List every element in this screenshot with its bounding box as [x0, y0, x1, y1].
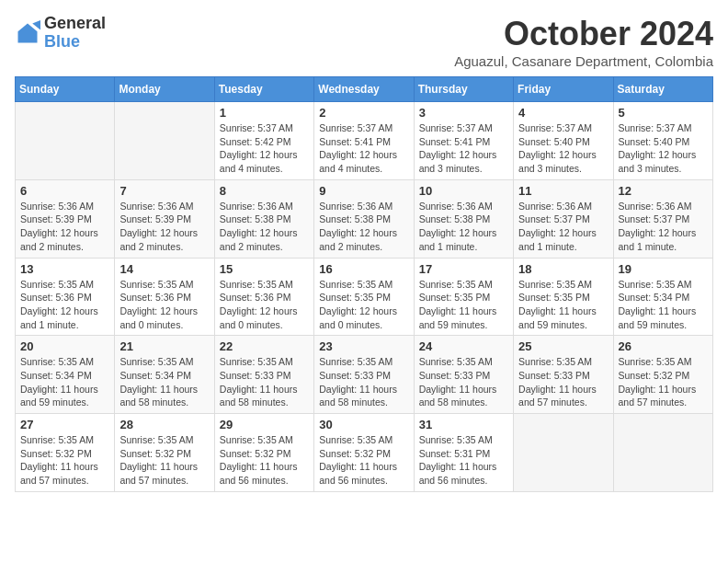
header: General Blue October 2024 Aguazul, Casan… [15, 15, 713, 69]
day-info: Sunrise: 5:35 AM Sunset: 5:33 PM Dayligh… [419, 355, 508, 409]
day-info: Sunrise: 5:37 AM Sunset: 5:40 PM Dayligh… [619, 121, 708, 176]
calendar-cell: 8Sunrise: 5:36 AM Sunset: 5:38 PM Daylig… [214, 179, 313, 258]
header-day: Sunday [16, 77, 115, 102]
header-day: Friday [514, 77, 613, 102]
header-day: Saturday [613, 77, 712, 102]
header-day: Monday [115, 77, 214, 102]
logo-icon [15, 20, 40, 46]
day-number: 27 [20, 418, 109, 431]
calendar-cell: 26Sunrise: 5:35 AM Sunset: 5:32 PM Dayli… [613, 336, 712, 414]
calendar-cell: 14Sunrise: 5:35 AM Sunset: 5:36 PM Dayli… [115, 258, 214, 336]
calendar-cell: 27Sunrise: 5:35 AM Sunset: 5:32 PM Dayli… [16, 414, 115, 492]
day-info: Sunrise: 5:37 AM Sunset: 5:41 PM Dayligh… [319, 121, 408, 176]
calendar-cell [613, 414, 712, 492]
day-info: Sunrise: 5:35 AM Sunset: 5:34 PM Dayligh… [20, 355, 109, 409]
calendar-cell: 19Sunrise: 5:35 AM Sunset: 5:34 PM Dayli… [613, 258, 712, 336]
calendar-cell: 25Sunrise: 5:35 AM Sunset: 5:33 PM Dayli… [514, 336, 613, 414]
month-title: October 2024 [454, 15, 713, 53]
calendar-cell: 29Sunrise: 5:35 AM Sunset: 5:32 PM Dayli… [214, 414, 313, 492]
day-info: Sunrise: 5:35 AM Sunset: 5:33 PM Dayligh… [319, 355, 408, 409]
calendar-cell: 4Sunrise: 5:37 AM Sunset: 5:40 PM Daylig… [514, 102, 613, 180]
title-area: October 2024 Aguazul, Casanare Departmen… [454, 15, 713, 69]
logo-general-text: General [44, 14, 106, 32]
day-number: 9 [319, 184, 408, 198]
day-number: 2 [319, 106, 408, 120]
day-number: 22 [220, 339, 309, 353]
day-number: 16 [319, 262, 408, 276]
day-info: Sunrise: 5:35 AM Sunset: 5:31 PM Dayligh… [419, 433, 508, 488]
day-number: 30 [319, 418, 408, 431]
day-number: 18 [518, 262, 608, 276]
day-info: Sunrise: 5:35 AM Sunset: 5:32 PM Dayligh… [319, 433, 408, 488]
day-number: 3 [419, 106, 508, 120]
calendar-cell: 3Sunrise: 5:37 AM Sunset: 5:41 PM Daylig… [414, 102, 513, 180]
day-number: 28 [119, 418, 209, 431]
day-number: 10 [419, 184, 508, 198]
calendar-cell [115, 102, 214, 180]
day-info: Sunrise: 5:35 AM Sunset: 5:32 PM Dayligh… [220, 433, 309, 488]
day-number: 19 [619, 262, 708, 276]
calendar-cell: 22Sunrise: 5:35 AM Sunset: 5:33 PM Dayli… [214, 336, 313, 414]
day-info: Sunrise: 5:35 AM Sunset: 5:36 PM Dayligh… [119, 278, 209, 332]
day-info: Sunrise: 5:37 AM Sunset: 5:41 PM Dayligh… [419, 121, 508, 176]
calendar-cell: 7Sunrise: 5:36 AM Sunset: 5:39 PM Daylig… [115, 179, 214, 258]
calendar-cell: 24Sunrise: 5:35 AM Sunset: 5:33 PM Dayli… [414, 336, 513, 414]
calendar-cell: 5Sunrise: 5:37 AM Sunset: 5:40 PM Daylig… [613, 102, 712, 180]
logo: General Blue [15, 15, 106, 52]
calendar-cell: 21Sunrise: 5:35 AM Sunset: 5:34 PM Dayli… [115, 336, 214, 414]
day-info: Sunrise: 5:36 AM Sunset: 5:37 PM Dayligh… [518, 200, 608, 254]
calendar-week: 1Sunrise: 5:37 AM Sunset: 5:42 PM Daylig… [16, 102, 713, 180]
day-info: Sunrise: 5:36 AM Sunset: 5:37 PM Dayligh… [619, 200, 708, 254]
calendar-cell: 17Sunrise: 5:35 AM Sunset: 5:35 PM Dayli… [414, 258, 513, 336]
calendar-cell: 30Sunrise: 5:35 AM Sunset: 5:32 PM Dayli… [314, 414, 414, 492]
day-number: 7 [119, 184, 209, 198]
day-number: 31 [419, 418, 508, 431]
calendar-cell: 6Sunrise: 5:36 AM Sunset: 5:39 PM Daylig… [16, 179, 115, 258]
day-info: Sunrise: 5:37 AM Sunset: 5:40 PM Dayligh… [518, 121, 608, 176]
calendar-week: 6Sunrise: 5:36 AM Sunset: 5:39 PM Daylig… [16, 179, 713, 258]
day-number: 11 [518, 184, 608, 198]
day-number: 23 [319, 339, 408, 353]
day-info: Sunrise: 5:35 AM Sunset: 5:36 PM Dayligh… [220, 278, 309, 332]
day-number: 8 [220, 184, 309, 198]
calendar-cell: 28Sunrise: 5:35 AM Sunset: 5:32 PM Dayli… [115, 414, 214, 492]
calendar-table: SundayMondayTuesdayWednesdayThursdayFrid… [15, 76, 713, 492]
calendar-cell: 10Sunrise: 5:36 AM Sunset: 5:38 PM Dayli… [414, 179, 513, 258]
day-info: Sunrise: 5:35 AM Sunset: 5:32 PM Dayligh… [20, 433, 109, 488]
svg-marker-0 [18, 23, 38, 42]
calendar-cell [16, 102, 115, 180]
calendar-week: 13Sunrise: 5:35 AM Sunset: 5:36 PM Dayli… [16, 258, 713, 336]
day-info: Sunrise: 5:36 AM Sunset: 5:38 PM Dayligh… [319, 200, 408, 254]
day-info: Sunrise: 5:35 AM Sunset: 5:32 PM Dayligh… [619, 355, 708, 409]
calendar-week: 27Sunrise: 5:35 AM Sunset: 5:32 PM Dayli… [16, 414, 713, 492]
day-number: 17 [419, 262, 508, 276]
day-number: 5 [619, 106, 708, 120]
header-row: SundayMondayTuesdayWednesdayThursdayFrid… [16, 77, 713, 102]
day-info: Sunrise: 5:35 AM Sunset: 5:32 PM Dayligh… [119, 433, 209, 488]
day-number: 12 [619, 184, 708, 198]
day-info: Sunrise: 5:35 AM Sunset: 5:35 PM Dayligh… [518, 278, 608, 332]
logo-blue-text: Blue [44, 32, 80, 51]
day-number: 14 [119, 262, 209, 276]
calendar-cell: 20Sunrise: 5:35 AM Sunset: 5:34 PM Dayli… [16, 336, 115, 414]
calendar-cell: 11Sunrise: 5:36 AM Sunset: 5:37 PM Dayli… [514, 179, 613, 258]
day-info: Sunrise: 5:36 AM Sunset: 5:38 PM Dayligh… [220, 200, 309, 254]
calendar-cell [514, 414, 613, 492]
location-title: Aguazul, Casanare Department, Colombia [454, 53, 713, 69]
day-number: 25 [518, 339, 608, 353]
day-info: Sunrise: 5:35 AM Sunset: 5:34 PM Dayligh… [119, 355, 209, 409]
day-info: Sunrise: 5:36 AM Sunset: 5:39 PM Dayligh… [119, 200, 209, 254]
calendar-cell: 15Sunrise: 5:35 AM Sunset: 5:36 PM Dayli… [214, 258, 313, 336]
day-number: 26 [619, 339, 708, 353]
calendar-cell: 1Sunrise: 5:37 AM Sunset: 5:42 PM Daylig… [214, 102, 313, 180]
day-info: Sunrise: 5:36 AM Sunset: 5:38 PM Dayligh… [419, 200, 508, 254]
calendar-cell: 18Sunrise: 5:35 AM Sunset: 5:35 PM Dayli… [514, 258, 613, 336]
day-info: Sunrise: 5:35 AM Sunset: 5:33 PM Dayligh… [220, 355, 309, 409]
day-info: Sunrise: 5:37 AM Sunset: 5:42 PM Dayligh… [220, 121, 309, 176]
day-number: 20 [20, 339, 109, 353]
day-number: 6 [20, 184, 109, 198]
calendar-cell: 16Sunrise: 5:35 AM Sunset: 5:35 PM Dayli… [314, 258, 414, 336]
day-number: 4 [518, 106, 608, 120]
calendar-cell: 12Sunrise: 5:36 AM Sunset: 5:37 PM Dayli… [613, 179, 712, 258]
day-info: Sunrise: 5:35 AM Sunset: 5:35 PM Dayligh… [419, 278, 508, 332]
